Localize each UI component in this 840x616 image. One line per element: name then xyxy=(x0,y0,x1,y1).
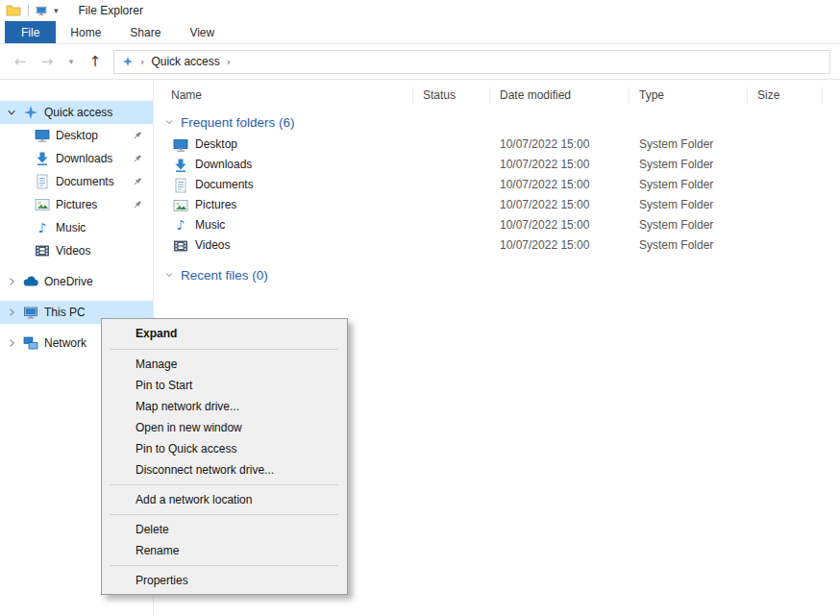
breadcrumb-chevron-icon[interactable]: › xyxy=(227,56,231,68)
column-header-size[interactable]: Size xyxy=(748,87,823,104)
menu-item-manage[interactable]: Manage xyxy=(102,354,347,375)
menu-separator xyxy=(110,514,338,515)
menu-separator xyxy=(110,484,338,485)
chevron-right-icon[interactable] xyxy=(6,276,17,287)
file-date: 10/07/2022 15:00 xyxy=(490,155,630,175)
chevron-down-icon[interactable] xyxy=(164,117,174,127)
menu-item-expand[interactable]: Expand xyxy=(102,322,347,345)
sidebar-item-music[interactable]: ♪ Music xyxy=(0,216,153,239)
file-row-desktop[interactable]: Desktop 10/07/2022 15:00 System Folder xyxy=(154,135,840,155)
back-button[interactable]: ← xyxy=(12,55,29,69)
menu-item-disconnect-network-drive[interactable]: Disconnect network drive... xyxy=(102,459,347,480)
sidebar-item-downloads[interactable]: Downloads xyxy=(0,147,153,170)
file-date: 10/07/2022 15:00 xyxy=(490,135,630,155)
menu-item-delete[interactable]: Delete xyxy=(102,519,347,540)
downloads-icon xyxy=(35,151,50,166)
tab-share[interactable]: Share xyxy=(115,21,175,43)
breadcrumb-quick-access[interactable]: Quick access xyxy=(151,55,219,68)
column-header-status[interactable]: Status xyxy=(413,87,490,104)
sidebar-item-documents[interactable]: Documents xyxy=(0,170,153,193)
file-row-downloads[interactable]: Downloads 10/07/2022 15:00 System Folder xyxy=(154,155,840,175)
file-date: 10/07/2022 15:00 xyxy=(490,195,630,215)
sidebar-item-label: OneDrive xyxy=(44,275,93,288)
sidebar-item-onedrive[interactable]: OneDrive xyxy=(0,270,153,293)
sidebar-item-label: Pictures xyxy=(56,198,97,211)
forward-button[interactable]: → xyxy=(38,55,56,69)
music-icon: ♪ xyxy=(35,220,50,235)
window-title: File Explorer xyxy=(79,4,143,17)
menu-item-rename[interactable]: Rename xyxy=(102,540,347,561)
sidebar-item-desktop[interactable]: Desktop xyxy=(0,124,153,147)
onedrive-icon xyxy=(23,274,38,289)
file-row-videos[interactable]: Videos 10/07/2022 15:00 System Folder xyxy=(154,235,840,256)
title-bar: ▾ File Explorer xyxy=(0,0,840,21)
chevron-down-icon[interactable] xyxy=(164,270,174,280)
pin-icon xyxy=(132,130,143,141)
column-header-date-modified[interactable]: Date modified xyxy=(490,87,630,104)
file-type: System Folder xyxy=(630,135,748,155)
sidebar-item-quick-access[interactable]: Quick access xyxy=(0,101,153,124)
tab-home[interactable]: Home xyxy=(56,21,115,43)
group-label: Frequent folders (6) xyxy=(181,115,295,130)
explorer-icon[interactable] xyxy=(6,3,21,18)
file-date: 10/07/2022 15:00 xyxy=(490,235,630,256)
this-pc-icon xyxy=(23,305,38,320)
column-header-name[interactable]: Name xyxy=(154,87,413,104)
pin-icon xyxy=(132,153,143,164)
ribbon-tab-bar: File Home Share View xyxy=(0,21,840,44)
file-row-pictures[interactable]: Pictures 10/07/2022 15:00 System Folder xyxy=(154,195,840,215)
pictures-icon xyxy=(35,197,50,212)
menu-item-properties[interactable]: Properties xyxy=(102,570,347,591)
recent-locations-dropdown-icon[interactable]: ▾ xyxy=(65,58,77,66)
desktop-icon xyxy=(173,137,188,153)
sidebar-item-label: Documents xyxy=(56,175,114,188)
file-name: Pictures xyxy=(195,195,236,215)
tab-view[interactable]: View xyxy=(175,21,229,43)
group-frequent-folders[interactable]: Frequent folders (6) xyxy=(154,110,840,135)
sidebar-item-label: Desktop xyxy=(56,129,98,142)
file-type: System Folder xyxy=(630,195,748,215)
file-row-documents[interactable]: Documents 10/07/2022 15:00 System Folder xyxy=(154,175,840,195)
menu-item-pin-to-quick-access[interactable]: Pin to Quick access xyxy=(102,438,347,459)
file-type: System Folder xyxy=(630,215,748,235)
chevron-right-icon[interactable] xyxy=(6,307,17,318)
menu-item-pin-to-start[interactable]: Pin to Start xyxy=(102,375,347,396)
up-button[interactable]: ↑ xyxy=(86,55,104,69)
menu-separator xyxy=(110,565,338,566)
file-date: 10/07/2022 15:00 xyxy=(490,215,630,235)
file-name: Desktop xyxy=(195,135,237,155)
column-header-type[interactable]: Type xyxy=(630,87,748,104)
sidebar-item-label: Network xyxy=(44,336,86,350)
file-row-music[interactable]: ♪Music 10/07/2022 15:00 System Folder xyxy=(154,215,840,235)
menu-item-map-network-drive[interactable]: Map network drive... xyxy=(102,396,347,417)
sidebar-item-pictures[interactable]: Pictures xyxy=(0,193,153,216)
music-icon: ♪ xyxy=(173,215,188,235)
address-bar[interactable]: › Quick access › xyxy=(113,50,830,74)
column-header-row: Name Status Date modified Type Size xyxy=(154,81,840,110)
file-name: Downloads xyxy=(195,155,252,175)
chevron-right-icon[interactable] xyxy=(6,337,17,349)
sidebar-item-label: This PC xyxy=(44,306,86,319)
chevron-down-icon[interactable] xyxy=(6,107,17,118)
file-type: System Folder xyxy=(630,155,748,175)
sidebar-item-label: Downloads xyxy=(56,152,112,165)
desktop-icon xyxy=(35,128,50,143)
tab-file[interactable]: File xyxy=(5,21,56,43)
sidebar-item-videos[interactable]: Videos xyxy=(0,239,153,262)
quick-access-icon xyxy=(23,105,38,120)
quick-access-toolbar-icon[interactable] xyxy=(36,5,47,16)
customize-toolbar-dropdown-icon[interactable]: ▾ xyxy=(54,6,59,15)
group-recent-files[interactable]: Recent files (0) xyxy=(154,262,840,287)
sidebar-item-label: Quick access xyxy=(44,106,112,119)
file-name: Videos xyxy=(195,235,230,256)
menu-item-open-in-new-window[interactable]: Open in new window xyxy=(102,417,347,438)
file-date: 10/07/2022 15:00 xyxy=(490,175,630,195)
file-name: Documents xyxy=(195,175,254,195)
toolbar-separator xyxy=(28,5,29,16)
breadcrumb-chevron-icon[interactable]: › xyxy=(140,56,144,68)
pictures-icon xyxy=(173,198,188,213)
downloads-icon xyxy=(173,158,188,173)
menu-item-add-network-location[interactable]: Add a network location xyxy=(102,489,347,510)
group-label: Recent files (0) xyxy=(181,268,268,283)
file-name: Music xyxy=(195,215,225,235)
